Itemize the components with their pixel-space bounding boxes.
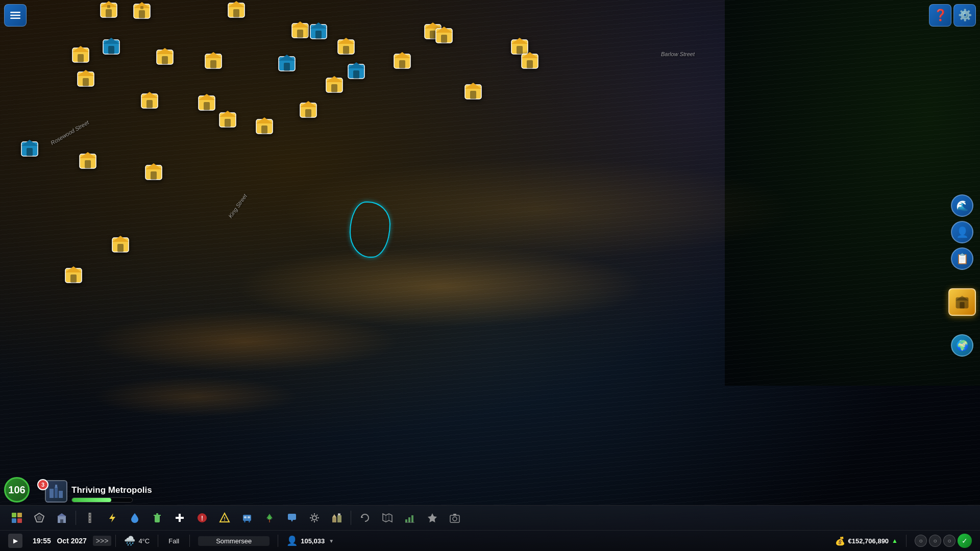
svg-marker-133 [361,516,363,518]
svg-rect-70 [305,109,311,117]
milestone-badge[interactable]: 3 [37,479,48,490]
svg-rect-31 [108,46,114,54]
building-notification[interactable] [133,1,151,21]
notifications-button[interactable] [948,288,976,316]
svg-rect-61 [470,91,476,99]
building-notification[interactable] [299,100,317,120]
building-notification[interactable] [20,139,39,159]
info-panel-button[interactable]: 📋 [951,247,973,270]
camera-button-2[interactable]: ○ [929,535,941,547]
separator [278,535,278,547]
city-level: 106 [4,477,30,503]
roads-button[interactable] [79,508,101,528]
street-label-barlow: Barlow Street [661,51,695,57]
svg-point-140 [453,517,457,521]
building-notification[interactable] [111,235,130,255]
svg-rect-19 [343,46,349,54]
top-right-controls: ❓ ⚙️ [929,4,976,27]
svg-rect-92 [10,12,20,13]
chirper-button[interactable] [281,508,303,528]
camera-button-3[interactable]: ○ [943,535,955,547]
time-display: 19:55 Oct 2027 [27,537,93,545]
building-notification[interactable] [393,51,411,71]
buildings-button[interactable] [51,508,72,528]
building-notification[interactable] [218,110,237,130]
green-status-button[interactable]: ✓ [958,534,972,548]
building-notification[interactable] [325,75,344,95]
speed-button[interactable]: >>> [93,536,112,546]
svg-rect-34 [162,56,168,64]
building-notification[interactable] [255,116,274,137]
building-notification[interactable] [435,26,453,46]
svg-rect-103 [17,513,22,517]
svg-rect-76 [261,126,267,134]
building-notification[interactable] [156,47,174,67]
building-notification[interactable] [79,151,97,171]
money-value: €152,706,890 [848,537,889,545]
citizen-button[interactable]: 👤 [951,221,973,243]
industry-button[interactable] [326,508,348,528]
water-button[interactable] [124,508,145,528]
building-notification[interactable] [77,69,95,89]
building-notification[interactable] [100,0,118,20]
globe-button[interactable]: 🌍 [951,334,973,357]
health-edu-button[interactable] [169,508,190,528]
svg-rect-141 [453,514,456,515]
city-name: Thriving Metropolis [71,485,152,495]
parks-button[interactable] [259,508,280,528]
svg-rect-93 [10,15,20,16]
electricity-button[interactable] [102,508,123,528]
water-view-button[interactable]: 🌊 [951,194,973,217]
undo-redo-button[interactable] [354,508,376,528]
garbage-button[interactable] [146,508,168,528]
upgrades-button[interactable] [304,508,325,528]
building-notification[interactable] [464,82,482,102]
building-notification[interactable] [309,21,328,42]
notifications-toolbar-button[interactable] [422,508,443,528]
building-notification[interactable] [198,93,216,113]
building-notification[interactable] [144,162,163,183]
zones-button[interactable] [6,508,28,528]
district-name: Sommersee [216,537,252,545]
building-notification[interactable] [71,45,90,65]
building-notification[interactable] [291,20,309,41]
building-notification[interactable] [521,51,539,71]
districts-button[interactable] [29,508,50,528]
svg-rect-85 [85,160,91,168]
settings-button[interactable]: ⚙️ [953,4,976,27]
svg-rect-137 [411,515,413,522]
svg-rect-73 [225,119,231,127]
fire-police-button[interactable]: ! [191,508,213,528]
building-notification[interactable] [347,61,365,82]
screenshot-button[interactable] [444,508,465,528]
svg-rect-125 [248,516,250,518]
building-notification[interactable] [140,91,159,111]
camera-reset-button[interactable]: ○ [915,535,927,547]
building-notification[interactable] [337,37,355,57]
svg-marker-113 [109,513,115,522]
transport-button[interactable] [236,508,258,528]
game-menu-button[interactable] [4,4,27,27]
play-pause-button[interactable]: ▶ [8,534,22,548]
building-notification[interactable] [102,37,120,57]
statistics-button[interactable] [399,508,421,528]
svg-rect-130 [332,517,336,522]
svg-text:!: ! [201,515,203,522]
xp-bar [72,498,111,502]
right-panel: 🌊 👤 📋 🌍 [948,194,976,357]
money-trend: ▲ [892,537,898,544]
svg-rect-46 [399,60,405,68]
weather-section: 🌧️ 4°C [120,535,154,546]
building-notification[interactable] [227,0,246,20]
help-button[interactable]: ❓ [929,4,951,27]
svg-rect-16 [315,31,322,39]
svg-rect-6 [139,10,145,18]
svg-rect-10 [233,9,239,17]
population-icon: 👤 [286,535,298,546]
building-notification[interactable] [278,54,296,74]
building-notification[interactable] [64,265,83,286]
building-notification[interactable] [204,51,223,71]
disaster-button[interactable]: ! [214,508,235,528]
map-button[interactable] [377,508,398,528]
population-dropdown[interactable]: ▼ [328,537,335,545]
